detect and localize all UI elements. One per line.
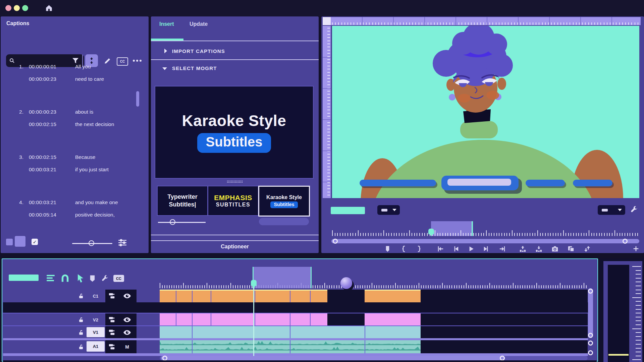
step-back-icon bbox=[452, 245, 460, 253]
timeline-hscroll-thumb[interactable] bbox=[161, 356, 505, 360]
work-area-end-line[interactable] bbox=[311, 267, 312, 288]
clip-A1[interactable] bbox=[160, 340, 421, 353]
lock-icon[interactable] bbox=[77, 329, 85, 336]
import-captions-section[interactable]: IMPORT CAPTIONS bbox=[172, 48, 225, 54]
source-patch-icon[interactable] bbox=[108, 316, 116, 323]
mogrt-thumbnail-karaoke[interactable]: Karaoke Style Subtitles bbox=[258, 186, 310, 217]
step-back-button[interactable] bbox=[451, 245, 460, 253]
vscroll-top-handle[interactable] bbox=[588, 289, 593, 294]
thumbnail-scrollbar[interactable] bbox=[259, 218, 309, 225]
playhead-line[interactable] bbox=[253, 283, 254, 356]
mogrt-preview-subtitle-pill: Subtitles bbox=[197, 133, 271, 153]
clip-divider bbox=[290, 313, 290, 326]
play-button[interactable] bbox=[467, 245, 475, 253]
step-forward-button[interactable] bbox=[482, 245, 490, 253]
track-label-V2[interactable]: V2 bbox=[93, 317, 98, 322]
source-patch-icon[interactable] bbox=[108, 343, 116, 351]
tab-insert[interactable]: Insert bbox=[159, 21, 174, 27]
caption-list-scrollbar[interactable] bbox=[136, 91, 139, 107]
display-mode-dropdown[interactable] bbox=[598, 205, 625, 215]
track-output-eye-icon[interactable] bbox=[123, 316, 131, 323]
timeline-vscroll-thumb[interactable] bbox=[588, 288, 593, 338]
caption-number: 3. bbox=[10, 154, 23, 160]
clip-V1[interactable] bbox=[160, 326, 421, 339]
caption-zoom-slider-knob[interactable] bbox=[89, 240, 94, 246]
clip-divider bbox=[290, 326, 290, 339]
caption-row[interactable]: 3.00:00:02:1500:00:03:21Becauseif you ju… bbox=[1, 154, 142, 180]
resize-grip-dots[interactable] bbox=[227, 180, 243, 183]
track-label-C1[interactable]: C1 bbox=[93, 294, 99, 299]
settings-wrench-icon[interactable] bbox=[629, 205, 639, 215]
caption-size-large-button[interactable] bbox=[15, 236, 25, 247]
clip-V2[interactable] bbox=[365, 313, 421, 326]
caption-row[interactable]: 2.00:00:00:2300:00:02:15about isthe next… bbox=[1, 109, 142, 134]
export-frame-button[interactable] bbox=[551, 245, 559, 253]
home-icon[interactable] bbox=[44, 3, 54, 13]
toggle-proxies-button[interactable] bbox=[583, 245, 591, 253]
lock-icon[interactable] bbox=[77, 343, 85, 351]
tab-update[interactable]: Update bbox=[190, 21, 208, 27]
monitor-mini-timeline[interactable] bbox=[331, 221, 639, 236]
clip-divider bbox=[192, 326, 193, 339]
track-output-eye-icon[interactable] bbox=[123, 292, 131, 300]
timeline-panel: CC C1V2V1A1M bbox=[2, 258, 598, 362]
vscroll-bottom-handle[interactable] bbox=[588, 333, 593, 338]
add-button-icon[interactable] bbox=[632, 245, 640, 253]
chevron-down-icon bbox=[392, 208, 397, 212]
mark-out-button[interactable] bbox=[415, 245, 423, 253]
caption-row[interactable]: 1.00:00:00:0100:00:00:23All youneed to c… bbox=[1, 64, 142, 89]
audio-level-line bbox=[608, 354, 629, 356]
add-marker-button[interactable] bbox=[383, 245, 391, 253]
mogrt-thumbnail-emphasis[interactable]: EMPHASIS SUBTITLES bbox=[208, 186, 259, 216]
caption-row[interactable]: 4.00:00:03:2100:00:05:14and you make one… bbox=[1, 199, 142, 225]
sync-checkbox[interactable]: ✓ bbox=[32, 239, 38, 245]
work-area-region[interactable] bbox=[253, 267, 312, 288]
range-end-marker[interactable] bbox=[472, 221, 473, 236]
lock-icon[interactable] bbox=[77, 292, 85, 300]
clip-C1[interactable] bbox=[160, 290, 327, 302]
select-mogrt-section[interactable]: SELECT MOGRT bbox=[172, 65, 217, 71]
lock-icon[interactable] bbox=[77, 316, 85, 323]
monitor-scrollbar-right-handle[interactable] bbox=[623, 239, 628, 244]
mogrt-thumbnail-typewriter[interactable]: Typewriter Subtitles| bbox=[157, 186, 208, 216]
monitor-scrollbar[interactable] bbox=[331, 239, 639, 243]
mark-in-button[interactable] bbox=[399, 245, 408, 253]
clip-V2[interactable] bbox=[160, 313, 327, 326]
playhead-grab-handle[interactable] bbox=[340, 277, 352, 289]
minimize-button[interactable] bbox=[14, 5, 20, 11]
track-resize-handle-1[interactable] bbox=[588, 341, 593, 346]
track-resize-handle-2[interactable] bbox=[588, 350, 593, 355]
source-patch-icon[interactable] bbox=[108, 292, 116, 300]
zoom-button[interactable] bbox=[22, 5, 28, 11]
caption-text-line2: positive decision, bbox=[75, 212, 115, 218]
close-button[interactable] bbox=[5, 5, 11, 11]
audio-meter-zone bbox=[599, 258, 644, 362]
thumbnail-zoom-slider[interactable] bbox=[158, 222, 206, 223]
thumb2-line1: EMPHASIS bbox=[214, 194, 252, 202]
clip-divider bbox=[192, 291, 193, 302]
hscroll-right-handle[interactable] bbox=[500, 356, 505, 361]
ruler-corner bbox=[323, 17, 331, 25]
more-options-icon[interactable] bbox=[132, 59, 142, 63]
playback-resolution-dropdown[interactable] bbox=[377, 205, 400, 215]
source-patch-icon[interactable] bbox=[108, 329, 116, 336]
track-label-A1[interactable]: A1 bbox=[87, 341, 105, 352]
lift-button[interactable] bbox=[519, 245, 527, 253]
extract-button[interactable] bbox=[535, 245, 543, 253]
caption-number: 2. bbox=[10, 109, 23, 115]
track-output-eye-icon[interactable] bbox=[123, 329, 131, 336]
hscroll-left-handle[interactable] bbox=[162, 356, 167, 361]
clip-C1[interactable] bbox=[365, 290, 421, 302]
track-label-V1[interactable]: V1 bbox=[87, 327, 105, 337]
track-mute-button[interactable]: M bbox=[123, 343, 131, 351]
mogrt-preview: Karaoke Style Subtitles bbox=[155, 86, 314, 179]
caption-settings-sliders-icon[interactable] bbox=[118, 239, 127, 246]
monitor-scrollbar-left-handle[interactable] bbox=[333, 239, 338, 244]
go-to-in-button[interactable] bbox=[436, 245, 444, 253]
caption-end-timecode: 00:00:05:14 bbox=[29, 212, 56, 218]
chevron-right-icon bbox=[163, 48, 168, 54]
comparison-view-button[interactable] bbox=[567, 245, 575, 253]
go-to-out-button[interactable] bbox=[498, 245, 506, 253]
caption-size-small-button[interactable] bbox=[6, 239, 13, 245]
thumbnail-zoom-knob[interactable] bbox=[170, 219, 175, 225]
